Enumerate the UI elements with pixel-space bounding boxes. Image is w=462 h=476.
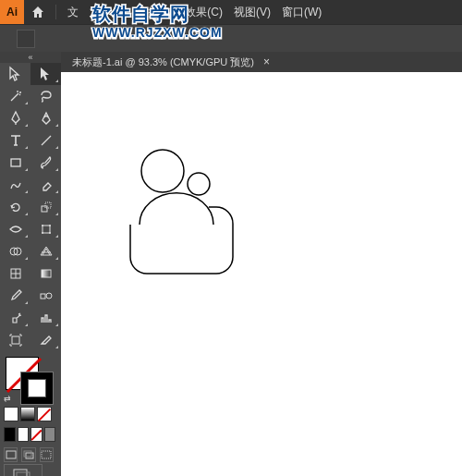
free-transform-tool[interactable]	[30, 218, 61, 240]
svg-rect-2	[45, 202, 51, 208]
swatch-black[interactable]	[4, 427, 16, 442]
svg-rect-0	[11, 159, 20, 166]
menubar: Ai 文 文字(T) 选择(S) 效果(C) 视图(V) 窗口(W)	[0, 0, 462, 24]
menu-divider	[55, 5, 56, 19]
draw-inside-icon[interactable]	[40, 447, 54, 462]
slice-tool[interactable]	[30, 329, 61, 351]
close-icon[interactable]: ×	[263, 55, 270, 68]
svg-point-7	[49, 232, 51, 234]
swatch-none[interactable]	[30, 427, 43, 442]
tools-panel: «	[0, 52, 62, 476]
svg-point-22	[141, 150, 184, 192]
tool-grid	[0, 63, 61, 351]
svg-rect-3	[43, 226, 50, 233]
no-selection-label	[4, 37, 15, 41]
perspective-grid-tool[interactable]	[30, 240, 61, 262]
svg-point-5	[49, 225, 51, 226]
stroke-color-swatch[interactable]	[20, 372, 54, 405]
app-logo[interactable]: Ai	[0, 0, 24, 24]
swatch-white[interactable]	[18, 427, 30, 442]
svg-rect-16	[6, 451, 16, 458]
selection-tool[interactable]	[0, 63, 30, 85]
artboard-tool[interactable]	[0, 329, 30, 351]
type-tool[interactable]	[0, 129, 30, 152]
panel-collapse-icon[interactable]: «	[0, 52, 61, 63]
svg-rect-14	[12, 336, 19, 344]
svg-rect-17	[26, 453, 33, 458]
swatch-registration[interactable]	[44, 427, 56, 442]
lasso-tool[interactable]	[30, 85, 61, 107]
direct-selection-tool[interactable]	[30, 63, 61, 85]
swap-fill-stroke-icon[interactable]: ⇄	[4, 394, 13, 403]
menu-window[interactable]: 窗口(W)	[276, 5, 327, 20]
gradient-tool[interactable]	[30, 262, 61, 285]
svg-rect-21	[17, 472, 30, 476]
svg-rect-11	[42, 270, 51, 277]
line-tool[interactable]	[30, 129, 61, 152]
svg-rect-1	[42, 206, 47, 212]
paintbrush-tool[interactable]	[30, 152, 61, 174]
svg-point-4	[42, 225, 43, 226]
svg-rect-19	[42, 451, 51, 458]
document-tab[interactable]: 未标题-1.ai @ 93.3% (CMYK/GPU 预览) ×	[61, 52, 277, 72]
svg-rect-18	[24, 451, 31, 457]
svg-point-23	[188, 173, 210, 195]
magic-wand-tool[interactable]	[0, 85, 30, 107]
color-swatch-area: ⇄	[0, 355, 61, 476]
curvature-tool[interactable]	[30, 107, 61, 129]
color-mode-none[interactable]	[37, 407, 52, 421]
document-tab-bar: 未标题-1.ai @ 93.3% (CMYK/GPU 预览) ×	[61, 52, 462, 72]
screen-mode-button[interactable]	[4, 464, 43, 476]
home-icon[interactable]	[26, 0, 50, 24]
document-setup-button[interactable]	[17, 30, 35, 48]
shaper-tool[interactable]	[0, 174, 30, 196]
mesh-tool[interactable]	[0, 262, 30, 285]
blend-tool[interactable]	[30, 285, 61, 307]
column-graph-tool[interactable]	[30, 307, 61, 329]
scale-tool[interactable]	[30, 196, 61, 218]
menu-view[interactable]: 视图(V)	[228, 5, 276, 20]
color-mode-color[interactable]	[4, 407, 18, 421]
draw-normal-icon[interactable]	[4, 447, 18, 462]
menu-select[interactable]: 选择(S)	[131, 5, 179, 20]
rotate-tool[interactable]	[0, 196, 30, 218]
artwork	[61, 72, 462, 476]
shape-builder-tool[interactable]	[0, 240, 30, 262]
document-tab-title: 未标题-1.ai @ 93.3% (CMYK/GPU 预览)	[72, 55, 254, 69]
canvas[interactable]	[61, 72, 462, 476]
svg-point-6	[42, 232, 43, 234]
menu-type[interactable]: 文字(T)	[84, 5, 131, 20]
eraser-tool[interactable]	[30, 174, 61, 196]
menu-effect[interactable]: 效果(C)	[179, 5, 228, 20]
svg-rect-12	[41, 294, 45, 299]
symbol-sprayer-tool[interactable]	[0, 307, 30, 329]
width-tool[interactable]	[0, 218, 30, 240]
menu-file[interactable]: 文	[62, 5, 84, 20]
draw-behind-icon[interactable]	[21, 447, 35, 462]
rectangle-tool[interactable]	[0, 152, 30, 174]
pen-tool[interactable]	[0, 107, 30, 129]
control-strip	[0, 24, 462, 54]
color-mode-gradient[interactable]	[20, 407, 35, 421]
svg-point-13	[46, 293, 52, 299]
eyedropper-tool[interactable]	[0, 285, 30, 307]
